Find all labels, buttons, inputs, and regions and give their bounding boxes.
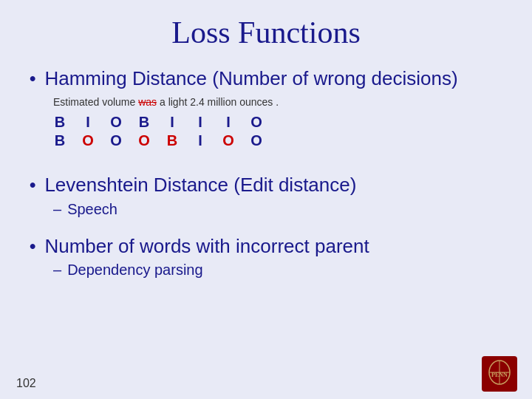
bullet-dot-3: • [30, 234, 35, 257]
dash-item-dep: – Dependency parsing [53, 262, 502, 279]
bullet-text-levenshtein: Levenshtein Distance (Edit distance) [44, 173, 356, 198]
token-r2-4: O [137, 132, 151, 149]
dash-item-speech: – Speech [53, 201, 502, 218]
svg-text:PENN: PENN [491, 372, 508, 378]
token-r1-5: I [166, 114, 179, 131]
token-r1-6: I [194, 114, 207, 131]
token-r1-2: I [81, 114, 95, 131]
bullet-item-hamming: • Hamming Distance (Number of wrong deci… [30, 66, 502, 92]
estimated-line: Estimated volume was a light 2.4 million… [53, 96, 502, 108]
token-r1-1: B [53, 114, 66, 131]
token-r2-2: O [81, 132, 95, 149]
bullet-text-hamming: Hamming Distance (Number of wrong decisi… [44, 66, 457, 92]
token-r1-8: O [250, 114, 263, 131]
dash-1: – [53, 201, 61, 218]
page-number: 102 [16, 377, 36, 390]
bullet-words: • Number of words with incorrect parent … [30, 234, 502, 279]
bullet-item-words: • Number of words with incorrect parent [30, 234, 502, 259]
token-r2-6: I [194, 132, 207, 149]
token-table: B I O B I I I O B O O O B I O [53, 114, 502, 149]
slide: Loss Functions • Hamming Distance (Numbe… [0, 0, 532, 399]
university-logo: PENN [482, 356, 517, 392]
estimated-strikethrough: was [138, 96, 157, 108]
bullet-dot-2: • [30, 173, 35, 196]
token-r1-4: B [137, 114, 151, 131]
hamming-sub: Estimated volume was a light 2.4 million… [53, 96, 502, 149]
bullet-dot-1: • [30, 66, 35, 89]
token-r2-8: O [250, 132, 263, 149]
bullet-hamming: • Hamming Distance (Number of wrong deci… [30, 66, 502, 155]
dash-2: – [53, 262, 61, 279]
token-r1-7: I [222, 114, 235, 131]
token-row-1: B I O B I I I O [53, 114, 502, 131]
estimated-prefix: Estimated volume [53, 96, 138, 108]
bullet-text-words: Number of words with incorrect parent [44, 234, 369, 259]
bullet-item-levenshtein: • Levenshtein Distance (Edit distance) [30, 173, 502, 198]
token-r2-7: O [222, 132, 235, 149]
slide-title: Loss Functions [30, 15, 502, 50]
token-r2-3: O [109, 132, 123, 149]
estimated-suffix: a light 2.4 million ounces . [157, 96, 279, 108]
token-r2-5: B [166, 132, 179, 149]
token-r2-1: B [53, 132, 66, 149]
dash-text-dep: Dependency parsing [67, 262, 202, 279]
logo-box: PENN [482, 356, 517, 392]
bullet-levenshtein: • Levenshtein Distance (Edit distance) –… [30, 173, 502, 218]
token-row-2: B O O O B I O O [53, 132, 502, 149]
dash-text-speech: Speech [67, 201, 117, 218]
token-r1-3: O [109, 114, 123, 131]
logo-svg: PENN [483, 358, 516, 390]
